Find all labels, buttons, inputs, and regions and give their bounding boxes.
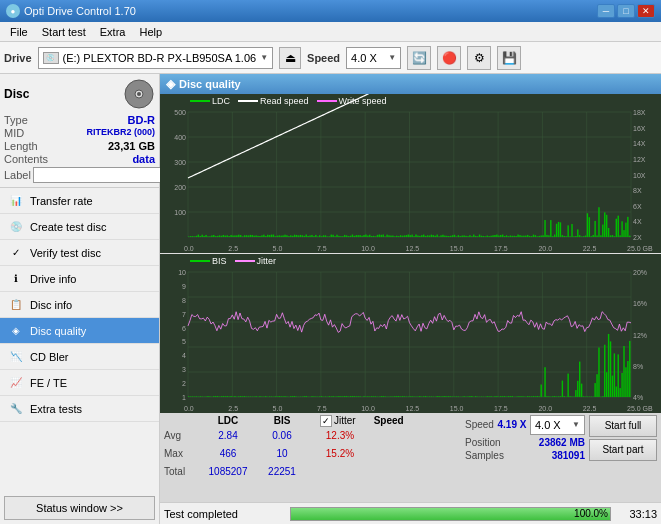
bis-chart: BIS Jitter bbox=[160, 254, 661, 413]
label-input[interactable] bbox=[33, 167, 162, 183]
refresh-button[interactable]: 🔄 bbox=[407, 46, 431, 70]
sidebar-item-extra-tests[interactable]: 🔧 Extra tests bbox=[0, 396, 159, 422]
avg-ldc: 2.84 bbox=[198, 430, 258, 441]
speed-stat-select[interactable]: 4.0 X ▼ bbox=[530, 415, 585, 435]
speed-dropdown-arrow-icon: ▼ bbox=[388, 53, 396, 62]
drive-icon: 💿 bbox=[43, 52, 59, 64]
menu-help[interactable]: Help bbox=[133, 24, 168, 40]
create-test-disc-icon: 💿 bbox=[8, 219, 24, 235]
panel-header-icon: ◈ bbox=[166, 77, 175, 91]
panel-header: ◈ Disc quality bbox=[160, 74, 661, 94]
jitter-legend-color bbox=[235, 260, 255, 262]
length-key: Length bbox=[4, 140, 38, 152]
status-text: Test completed bbox=[164, 508, 284, 520]
menu-file[interactable]: File bbox=[4, 24, 34, 40]
panel-title: Disc quality bbox=[179, 78, 241, 90]
speed-stat-dropdown-icon: ▼ bbox=[572, 420, 580, 429]
charts-area: LDC Read speed Write speed bbox=[160, 94, 661, 413]
max-bis: 10 bbox=[262, 448, 302, 459]
ldc-legend-color bbox=[190, 100, 210, 102]
position-label: Position bbox=[465, 437, 501, 448]
sidebar-item-disc-info[interactable]: 📋 Disc info bbox=[0, 292, 159, 318]
speed-stat-label: Speed bbox=[465, 419, 494, 430]
nav-list: 📊 Transfer rate 💿 Create test disc ✓ Ver… bbox=[0, 188, 159, 422]
sidebar-item-drive-info[interactable]: ℹ Drive info bbox=[0, 266, 159, 292]
transfer-rate-icon: 📊 bbox=[8, 193, 24, 209]
speed-label: Speed bbox=[307, 52, 340, 64]
start-buttons: Start full Start part bbox=[589, 415, 657, 500]
stats-bar: LDC BIS ✓ Jitter Speed Avg 2.84 0.06 12.… bbox=[160, 413, 661, 502]
menu-bar: File Start test Extra Help bbox=[0, 22, 661, 42]
disc-panel: Disc Type BD-R MID RITEKBR2 (000) Length… bbox=[0, 74, 159, 188]
max-label: Max bbox=[164, 448, 194, 459]
total-label: Total bbox=[164, 466, 194, 477]
menu-starttest[interactable]: Start test bbox=[36, 24, 92, 40]
close-button[interactable]: ✕ bbox=[637, 4, 655, 18]
speed-select[interactable]: 4.0 X ▼ bbox=[346, 47, 401, 69]
write-speed-legend-label: Write speed bbox=[339, 96, 387, 106]
time-display: 33:13 bbox=[617, 508, 657, 520]
samples-value: 381091 bbox=[552, 450, 585, 461]
speed-stat-select-value: 4.0 X bbox=[535, 419, 570, 431]
samples-label: Samples bbox=[465, 450, 504, 461]
progress-percent: 100.0% bbox=[574, 508, 608, 520]
content-area: ◈ Disc quality LDC Read speed bbox=[160, 74, 661, 524]
eject-button[interactable]: ⏏ bbox=[279, 47, 301, 69]
svg-point-2 bbox=[137, 92, 141, 96]
sidebar-item-fe-te[interactable]: 📈 FE / TE bbox=[0, 370, 159, 396]
disc-panel-label: Disc bbox=[4, 87, 29, 101]
mid-value: RITEKBR2 (000) bbox=[86, 127, 155, 139]
max-jitter: 15.2% bbox=[320, 448, 360, 459]
burn-button[interactable]: 🔴 bbox=[437, 46, 461, 70]
contents-value: data bbox=[132, 153, 155, 165]
read-speed-legend-color bbox=[238, 100, 258, 102]
disc-quality-icon: ◈ bbox=[8, 323, 24, 339]
jitter-checkbox-row: ✓ Jitter bbox=[320, 415, 356, 427]
status-bar: Test completed 100.0% 33:13 bbox=[160, 502, 661, 524]
sidebar-item-transfer-rate[interactable]: 📊 Transfer rate bbox=[0, 188, 159, 214]
right-stats: Speed 4.19 X 4.0 X ▼ Position 23862 MB S… bbox=[465, 415, 585, 500]
max-ldc: 466 bbox=[198, 448, 258, 459]
title-bar: ● Opti Drive Control 1.70 ─ □ ✕ bbox=[0, 0, 661, 22]
avg-bis: 0.06 bbox=[262, 430, 302, 441]
toolbar: Drive 💿 (E:) PLEXTOR BD-R PX-LB950SA 1.0… bbox=[0, 42, 661, 74]
stats-table: LDC BIS ✓ Jitter Speed Avg 2.84 0.06 12.… bbox=[164, 415, 461, 500]
drive-info-icon: ℹ bbox=[8, 271, 24, 287]
drive-select[interactable]: 💿 (E:) PLEXTOR BD-R PX-LB950SA 1.06 ▼ bbox=[38, 47, 274, 69]
jitter-checkbox[interactable]: ✓ bbox=[320, 415, 332, 427]
sidebar: Disc Type BD-R MID RITEKBR2 (000) Length… bbox=[0, 74, 160, 524]
extra-tests-icon: 🔧 bbox=[8, 401, 24, 417]
jitter-legend-label: Jitter bbox=[257, 256, 277, 266]
avg-jitter: 12.3% bbox=[320, 430, 360, 441]
sidebar-item-cd-bler[interactable]: 📉 CD Bler bbox=[0, 344, 159, 370]
fe-te-icon: 📈 bbox=[8, 375, 24, 391]
sidebar-item-disc-quality[interactable]: ◈ Disc quality bbox=[0, 318, 159, 344]
label-key: Label bbox=[4, 169, 31, 181]
ldc-chart-legend: LDC Read speed Write speed bbox=[190, 96, 386, 106]
sidebar-item-verify-test-disc[interactable]: ✓ Verify test disc bbox=[0, 240, 159, 266]
start-full-button[interactable]: Start full bbox=[589, 415, 657, 437]
settings-button[interactable]: ⚙ bbox=[467, 46, 491, 70]
total-bis: 22251 bbox=[262, 466, 302, 477]
read-speed-legend-label: Read speed bbox=[260, 96, 309, 106]
menu-extra[interactable]: Extra bbox=[94, 24, 132, 40]
drive-label: Drive bbox=[4, 52, 32, 64]
start-part-button[interactable]: Start part bbox=[589, 439, 657, 461]
speed-col-header: Speed bbox=[364, 415, 414, 427]
ldc-chart: LDC Read speed Write speed bbox=[160, 94, 661, 253]
bis-legend-label: BIS bbox=[212, 256, 227, 266]
save-button[interactable]: 💾 bbox=[497, 46, 521, 70]
status-window-button[interactable]: Status window >> bbox=[4, 496, 155, 520]
speed-stat-value: 4.19 X bbox=[498, 419, 527, 430]
jitter-header-label: Jitter bbox=[334, 415, 356, 426]
mid-key: MID bbox=[4, 127, 24, 139]
speed-value: 4.0 X bbox=[351, 52, 386, 64]
sidebar-item-create-test-disc[interactable]: 💿 Create test disc bbox=[0, 214, 159, 240]
progress-bar-fill bbox=[291, 508, 610, 520]
maximize-button[interactable]: □ bbox=[617, 4, 635, 18]
minimize-button[interactable]: ─ bbox=[597, 4, 615, 18]
disc-info-icon: 📋 bbox=[8, 297, 24, 313]
drive-name: (E:) PLEXTOR BD-R PX-LB950SA 1.06 bbox=[63, 52, 257, 64]
length-value: 23,31 GB bbox=[108, 140, 155, 152]
ldc-col-header: LDC bbox=[198, 415, 258, 427]
